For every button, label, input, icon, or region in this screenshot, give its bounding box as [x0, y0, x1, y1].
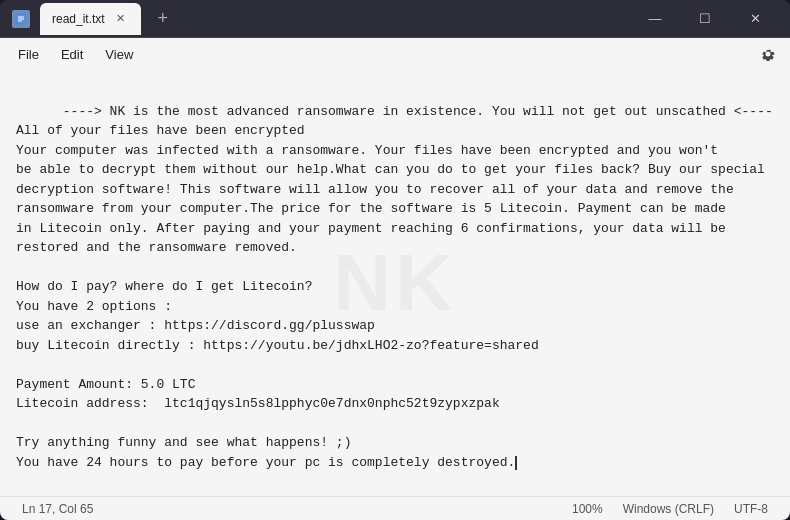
- status-position[interactable]: Ln 17, Col 65: [12, 497, 103, 520]
- status-right: 100% Windows (CRLF) UTF-8: [562, 502, 778, 516]
- status-line-ending[interactable]: Windows (CRLF): [613, 502, 724, 516]
- menu-file[interactable]: File: [8, 43, 49, 66]
- tab-area: read_it.txt ✕ +: [40, 3, 622, 35]
- minimize-button[interactable]: —: [632, 3, 678, 35]
- status-zoom[interactable]: 100%: [562, 502, 613, 516]
- menu-bar: File Edit View: [0, 38, 790, 70]
- editor-content[interactable]: ----> NK is the most advanced ransomware…: [16, 82, 774, 492]
- tab-read-it[interactable]: read_it.txt ✕: [40, 3, 141, 35]
- title-bar: read_it.txt ✕ + — ☐ ✕: [0, 0, 790, 38]
- menu-edit[interactable]: Edit: [51, 43, 93, 66]
- gear-icon[interactable]: [754, 40, 782, 68]
- new-tab-button[interactable]: +: [149, 5, 177, 33]
- window-controls: — ☐ ✕: [632, 3, 778, 35]
- tab-close-button[interactable]: ✕: [113, 11, 129, 27]
- editor-text: ----> NK is the most advanced ransomware…: [16, 104, 773, 470]
- text-cursor: [515, 456, 517, 470]
- notepad-icon: [12, 10, 30, 28]
- editor-area[interactable]: NK ----> NK is the most advanced ransomw…: [0, 70, 790, 496]
- main-window: read_it.txt ✕ + — ☐ ✕ File Edit View NK …: [0, 0, 790, 520]
- status-encoding[interactable]: UTF-8: [724, 502, 778, 516]
- close-button[interactable]: ✕: [732, 3, 778, 35]
- tab-label: read_it.txt: [52, 12, 105, 26]
- menu-view[interactable]: View: [95, 43, 143, 66]
- status-bar: Ln 17, Col 65 100% Windows (CRLF) UTF-8: [0, 496, 790, 520]
- maximize-button[interactable]: ☐: [682, 3, 728, 35]
